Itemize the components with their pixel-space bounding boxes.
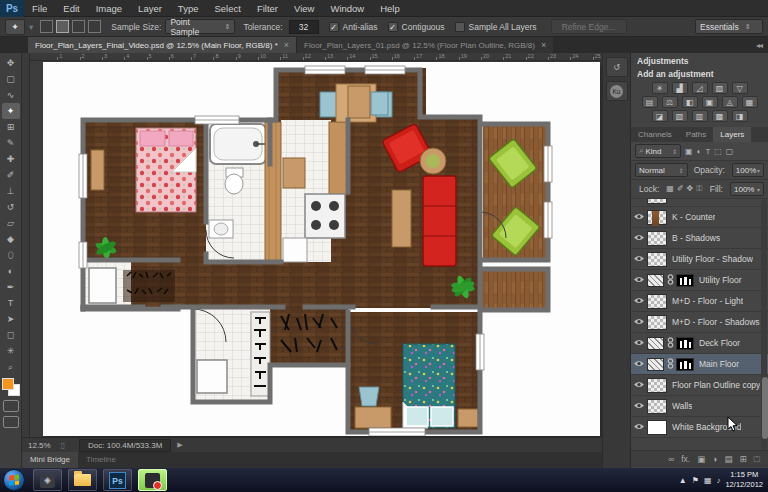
lock-transparency-icon[interactable]: ▦ [666, 184, 674, 194]
layer-visibility-eye-icon[interactable] [631, 380, 647, 390]
fill-dropdown[interactable]: 100%▾ [730, 182, 764, 196]
path-select-tool[interactable]: ➤ [2, 311, 20, 327]
preset-arrow[interactable]: ▾ [29, 22, 33, 32]
dodge-tool[interactable]: ◐ [2, 263, 20, 279]
checkbox-sample-all-layers[interactable]: Sample All Layers [455, 22, 537, 32]
layer-row[interactable]: Floor Plan Outline copy [631, 375, 768, 396]
taskbar-explorer-app[interactable] [68, 469, 97, 491]
move-tool[interactable]: ✥ [2, 55, 20, 71]
smart-object-filter-icon[interactable]: ▢ [726, 147, 734, 156]
refine-edge-button[interactable]: Refine Edge... [551, 19, 627, 34]
layer-visibility-eye-icon[interactable] [631, 359, 647, 369]
foreground-color-swatch[interactable] [2, 378, 14, 390]
tab-layers[interactable]: Layers [713, 127, 751, 142]
new-adjustment-layer-icon[interactable]: ◑ [712, 454, 717, 464]
layer-row[interactable]: M+D - Floor - Shadows [631, 312, 768, 333]
layer-row[interactable]: Walls [631, 396, 768, 417]
vibrance-icon[interactable]: ▽ [732, 82, 748, 94]
curves-icon[interactable]: ◿ [692, 82, 708, 94]
type-tool[interactable]: T [2, 295, 20, 311]
quick-mask-icon[interactable] [3, 400, 19, 412]
layer-visibility-eye-icon[interactable] [631, 401, 647, 411]
layer-visibility-eye-icon[interactable] [631, 296, 647, 306]
tab-paths[interactable]: Paths [679, 127, 713, 142]
color-lookup-icon[interactable]: ▦ [742, 96, 758, 108]
layer-row[interactable]: White Background [631, 417, 768, 438]
magic-wand-preset-icon[interactable]: ✦ [5, 19, 25, 35]
filter-kind-dropdown[interactable]: ⌕ Kind ⇕ [635, 144, 681, 158]
checkbox-contiguous[interactable]: ✓Contiguous [388, 22, 445, 32]
menu-window[interactable]: Window [322, 0, 372, 17]
tray-show-hidden-icon[interactable]: ▲ [679, 476, 687, 485]
marquee-tool[interactable]: ▢ [2, 71, 20, 87]
sample-size-dropdown[interactable]: Point Sample⇕ [165, 19, 235, 34]
layer-thumbnail[interactable] [647, 420, 667, 435]
color-balance-icon[interactable]: ⚖ [662, 96, 678, 108]
link-layers-icon[interactable]: ∞ [668, 454, 674, 464]
intersect-selection-icon[interactable] [88, 20, 101, 33]
layer-mask-thumbnail[interactable] [676, 358, 694, 371]
layer-visibility-eye-icon[interactable] [631, 338, 647, 348]
photo-filter-icon[interactable]: ▣ [702, 96, 718, 108]
menu-image[interactable]: Image [88, 0, 130, 17]
threshold-icon[interactable]: ▥ [692, 110, 708, 122]
new-layer-icon[interactable]: ⊞ [739, 454, 746, 464]
shape-tool[interactable]: ◻ [2, 327, 20, 343]
close-tab-icon[interactable]: × [541, 40, 546, 50]
panel-tab-mini-bridge[interactable]: Mini Bridge [22, 452, 78, 468]
layer-style-icon[interactable]: fx. [681, 454, 690, 464]
hue-saturation-icon[interactable]: ▤ [642, 96, 658, 108]
history-panel-icon[interactable]: ↺ [606, 57, 628, 77]
history-brush-tool[interactable]: ↺ [2, 199, 20, 215]
eyedropper-tool[interactable]: ✎ [2, 135, 20, 151]
zoom-tool[interactable]: ⌕ [2, 359, 20, 375]
layer-thumbnail[interactable] [647, 399, 667, 414]
color-swatches[interactable] [2, 378, 20, 396]
layer-row[interactable]: Deck Floor [631, 333, 768, 354]
gradient-map-icon[interactable]: ◨ [732, 110, 748, 122]
menu-filter[interactable]: Filter [249, 0, 286, 17]
layer-thumbnail[interactable] [647, 358, 664, 371]
type-layer-filter-icon[interactable]: T [705, 147, 710, 156]
layer-row[interactable]: Main Floor [631, 354, 768, 375]
healing-brush-tool[interactable]: ✚ [2, 151, 20, 167]
menu-file[interactable]: File [24, 0, 55, 17]
black-white-icon[interactable]: ◧ [682, 96, 698, 108]
lock-pixels-icon[interactable]: ✐ [677, 184, 684, 194]
layer-thumbnail[interactable] [647, 337, 664, 350]
layer-thumbnail[interactable] [647, 378, 667, 393]
tray-action-center-icon[interactable]: ⚑ [692, 476, 699, 485]
close-tab-icon[interactable]: × [284, 40, 289, 50]
layer-visibility-eye-icon[interactable] [631, 422, 647, 432]
checkbox-anti-alias[interactable]: ✓Anti-alias [329, 22, 378, 32]
workspace-switcher[interactable]: Essentials⇕ [695, 19, 763, 34]
exposure-icon[interactable]: ▨ [712, 82, 728, 94]
layer-row[interactable]: B - Shadows [631, 228, 768, 249]
new-selection-icon[interactable] [40, 20, 53, 33]
menu-edit[interactable]: Edit [55, 0, 87, 17]
taskbar-photoshop-app[interactable]: Ps [103, 469, 132, 491]
layer-visibility-eye-icon[interactable] [631, 199, 647, 201]
lock-position-icon[interactable]: ✥ [687, 184, 694, 194]
layer-row[interactable]: K - Counter [631, 207, 768, 228]
status-popup-arrow[interactable]: ▶ [177, 441, 182, 449]
document-tab-2[interactable]: Floor_Plan_Layers_01.psd @ 12.5% (Floor … [296, 37, 553, 53]
brightness-contrast-icon[interactable]: ☀ [652, 82, 668, 94]
menu-select[interactable]: Select [206, 0, 248, 17]
tray-network-icon[interactable]: ▦ [704, 476, 712, 485]
layer-thumbnail[interactable] [647, 210, 667, 225]
layer-visibility-eye-icon[interactable] [631, 212, 647, 222]
floor-plan-image[interactable] [43, 62, 600, 436]
lock-all-icon[interactable]: ⚿ [696, 184, 702, 194]
layer-row[interactable]: M+D - Floor - Light [631, 291, 768, 312]
menu-help[interactable]: Help [372, 0, 408, 17]
blend-mode-dropdown[interactable]: Normal ⇕ [635, 163, 688, 177]
tab-channels[interactable]: Channels [631, 127, 679, 142]
brush-tool[interactable]: ✐ [2, 167, 20, 183]
lasso-tool[interactable]: ∿ [2, 87, 20, 103]
layer-visibility-eye-icon[interactable] [631, 233, 647, 243]
layer-thumbnail[interactable] [647, 252, 667, 267]
layer-row[interactable]: Utility Floor [631, 270, 768, 291]
layer-thumbnail[interactable] [647, 294, 667, 309]
panel-tab-timeline[interactable]: Timeline [78, 452, 124, 468]
